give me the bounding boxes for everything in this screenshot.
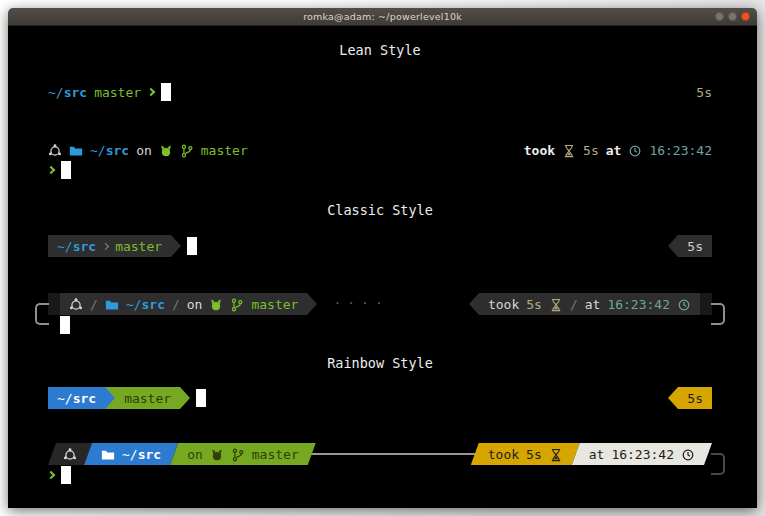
took-label: took <box>488 447 519 462</box>
prompt-gap-filler: ···· <box>317 293 469 315</box>
segment-separator: / <box>172 297 180 312</box>
git-branch-icon <box>180 142 194 158</box>
window-title: romka@adam: ~/powerlevel10k <box>8 11 757 22</box>
took-label: took <box>524 143 555 158</box>
hourglass-icon <box>549 446 563 462</box>
current-directory: ~/src <box>122 447 161 462</box>
git-branch-label: master <box>252 447 299 462</box>
lean-prompt-twoline-top: ~/src on master took 5s at 16:23:42 <box>48 140 712 160</box>
prompt-gap-line <box>311 453 476 455</box>
rainbow-prompt-twoline-top: ~/src on master took 5s at 16:23:42 <box>48 443 712 465</box>
segment-separator: / <box>570 297 578 312</box>
git-branch-label: master <box>251 297 298 312</box>
os-icon <box>48 142 62 158</box>
clock-icon <box>628 142 642 158</box>
octocat-icon <box>209 296 223 312</box>
git-branch-icon <box>230 296 244 312</box>
terminal-cursor <box>161 83 171 101</box>
at-label: at <box>589 447 605 462</box>
at-label: at <box>606 143 622 158</box>
classic-prompt-oneline: ~/src master 5s <box>48 235 712 257</box>
terminal-body[interactable]: Lean Style ~/src master 5s ~/src on mast… <box>8 26 757 508</box>
lean-style-heading: Lean Style <box>48 42 712 58</box>
timestamp: 16:23:42 <box>611 447 674 462</box>
git-branch-label: master <box>124 391 171 406</box>
folder-icon <box>101 446 115 462</box>
segment-end-cap <box>48 293 60 315</box>
git-branch-label: master <box>201 143 248 158</box>
powerline-arrow-icon <box>180 387 190 409</box>
timestamp: 16:23:42 <box>607 297 670 312</box>
classic-prompt-twoline-top: / ~/src / on master ···· took 5s <box>48 293 712 315</box>
git-branch-label: master <box>115 239 162 254</box>
took-label: took <box>488 297 519 312</box>
octocat-icon <box>210 446 224 462</box>
clock-icon <box>677 296 691 312</box>
folder-icon <box>69 142 83 158</box>
rainbow-prompt-oneline: ~/src master 5s <box>48 387 712 409</box>
minimize-button[interactable] <box>715 12 724 21</box>
lean-prompt-twoline-bottom <box>48 160 712 180</box>
command-duration: 5s <box>583 143 599 158</box>
maximize-button[interactable] <box>728 12 737 21</box>
current-directory: ~/src <box>57 239 96 254</box>
prompt-chevron-icon <box>47 471 55 479</box>
prompt-chevron-icon <box>147 88 155 96</box>
terminal-cursor <box>61 161 71 179</box>
prompt-frame-left <box>35 303 49 325</box>
powerline-arrow-icon <box>307 293 317 315</box>
current-directory: ~/src <box>90 143 129 158</box>
terminal-cursor <box>196 389 206 407</box>
hourglass-icon <box>549 296 563 312</box>
powerline-arrow-icon <box>105 387 115 409</box>
on-label: on <box>187 447 203 462</box>
terminal-cursor <box>61 466 71 484</box>
terminal-window: romka@adam: ~/powerlevel10k Lean Style ~… <box>8 8 757 508</box>
git-branch-label: master <box>94 85 141 100</box>
powerline-arrow-icon <box>668 235 678 257</box>
rainbow-style-heading: Rainbow Style <box>48 355 712 371</box>
window-controls <box>715 8 750 25</box>
classic-style-heading: Classic Style <box>48 202 712 218</box>
rainbow-prompt-twoline: ~/src on master took 5s at 16:23:42 <box>48 443 712 485</box>
prompt-frame-right <box>711 453 725 475</box>
command-duration: 5s <box>678 235 712 257</box>
lean-prompt-oneline: ~/src master 5s <box>48 82 712 102</box>
terminal-cursor <box>187 237 197 255</box>
powerline-arrow-icon <box>171 235 181 257</box>
hourglass-icon <box>562 142 576 158</box>
powerline-arrow-icon <box>469 293 479 315</box>
current-directory: ~/src <box>126 297 165 312</box>
prompt-frame-right <box>711 303 725 325</box>
window-titlebar[interactable]: romka@adam: ~/powerlevel10k <box>8 8 757 26</box>
at-label: at <box>585 297 601 312</box>
command-duration: 5s <box>526 297 542 312</box>
git-branch-icon <box>231 446 245 462</box>
os-icon <box>69 296 83 312</box>
segment-separator: / <box>90 297 98 312</box>
os-icon <box>63 446 77 462</box>
command-duration: 5s <box>526 447 542 462</box>
rainbow-prompt-twoline-bottom <box>48 465 712 485</box>
on-label: on <box>136 143 152 158</box>
current-directory: ~/src <box>57 391 96 406</box>
segment-separator-icon <box>102 242 109 249</box>
powerline-arrow-icon <box>668 387 678 409</box>
classic-prompt-twoline: / ~/src / on master ···· took 5s <box>48 293 712 335</box>
terminal-cursor <box>60 316 70 334</box>
folder-icon <box>105 296 119 312</box>
command-duration: 5s <box>696 85 712 100</box>
clock-icon <box>681 446 695 462</box>
current-directory: ~/src <box>48 85 87 100</box>
classic-prompt-twoline-bottom <box>48 315 712 335</box>
close-button[interactable] <box>741 12 750 21</box>
command-duration: 5s <box>678 387 712 409</box>
on-label: on <box>187 297 203 312</box>
octocat-icon <box>159 142 173 158</box>
timestamp: 16:23:42 <box>649 143 712 158</box>
prompt-chevron-icon <box>47 166 55 174</box>
